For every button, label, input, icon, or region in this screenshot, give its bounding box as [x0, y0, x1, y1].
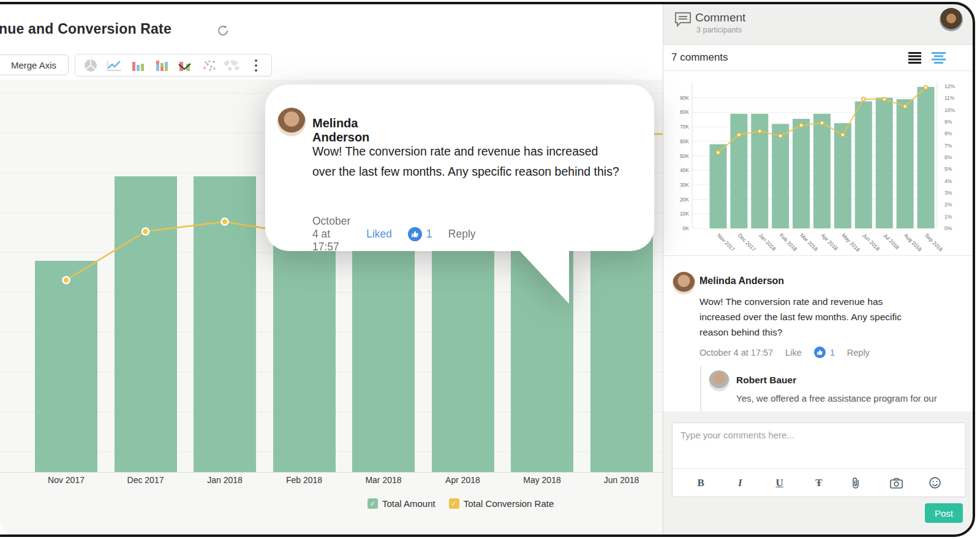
- more-options-icon[interactable]: [247, 58, 265, 73]
- refresh-icon[interactable]: [216, 23, 230, 38]
- thumbs-up-icon: [814, 347, 826, 358]
- svg-text:0%: 0%: [944, 225, 952, 231]
- legend-checkbox-green[interactable]: ✓: [368, 498, 378, 509]
- comment-meta-row: October 4 at 17:57 Like 1 Reply: [699, 347, 870, 358]
- svg-text:6%: 6%: [944, 154, 952, 160]
- x-axis-label: Nov 2017: [26, 475, 106, 485]
- x-axis-line: [0, 472, 663, 473]
- strikethrough-icon[interactable]: Ŧ: [811, 477, 827, 489]
- legend-checkbox-yellow[interactable]: ✓: [449, 498, 459, 509]
- merge-axis-button[interactable]: Merge Axis: [0, 54, 69, 75]
- svg-text:Apr 2018: Apr 2018: [820, 232, 840, 252]
- attachment-icon[interactable]: [850, 477, 866, 489]
- comment-text: Wow! The conversion rate and revenue has…: [312, 141, 622, 181]
- chart-type-toolbar: [75, 54, 272, 77]
- legend-item-total-amount[interactable]: ✓ Total Amount: [368, 498, 435, 509]
- x-axis-label: May 2018: [502, 475, 582, 485]
- commenter-name: Melinda Anderson: [699, 276, 784, 287]
- x-axis-label: Apr 2018: [423, 475, 503, 485]
- threaded-view-icon[interactable]: [932, 52, 946, 64]
- avatar-melinda: [673, 272, 695, 294]
- svg-text:10%: 10%: [944, 107, 955, 113]
- stacked-bar-icon[interactable]: [153, 58, 171, 73]
- x-axis-label: Jun 2018: [582, 475, 662, 485]
- comment-thread: Melinda Anderson Wow! The conversion rat…: [663, 256, 975, 411]
- svg-text:Sep 2018: Sep 2018: [924, 232, 944, 252]
- svg-text:10K: 10K: [680, 211, 689, 217]
- svg-text:40K: 40K: [680, 167, 689, 173]
- svg-text:80K: 80K: [680, 109, 689, 115]
- replier-name: Robert Bauer: [736, 375, 796, 386]
- svg-text:12%: 12%: [944, 83, 955, 89]
- svg-text:8%: 8%: [944, 130, 952, 137]
- list-view-icon[interactable]: [908, 52, 921, 64]
- svg-text:Dec 2017: Dec 2017: [737, 232, 757, 252]
- emoji-icon[interactable]: [929, 477, 945, 489]
- bold-icon[interactable]: B: [693, 477, 709, 489]
- like-link[interactable]: Like: [785, 348, 802, 358]
- comment-input[interactable]: [680, 430, 950, 462]
- reply-block: Robert Bauer Yes, we offered a free assi…: [700, 366, 957, 411]
- bar-nov-2017[interactable]: [35, 261, 97, 472]
- liked-link[interactable]: Liked: [366, 228, 392, 241]
- svg-text:1%: 1%: [944, 214, 952, 220]
- post-button[interactable]: Post: [925, 503, 963, 523]
- svg-text:5%: 5%: [944, 166, 952, 172]
- like-count: 1: [830, 348, 835, 358]
- svg-text:Jun 2018: Jun 2018: [861, 232, 881, 252]
- combo-chart-icon[interactable]: [176, 58, 194, 73]
- bar-jan-2018[interactable]: [194, 176, 256, 472]
- svg-text:70K: 70K: [680, 124, 689, 130]
- mini-chart-preview[interactable]: 0K10K20K30K40K50K60K70K80K90K0%1%2%3%4%5…: [663, 72, 975, 256]
- chart-legend: ✓ Total Amount ✓ Total Conversion Rate: [368, 498, 554, 509]
- map-chart-icon[interactable]: [223, 58, 241, 73]
- svg-text:May 2018: May 2018: [840, 232, 861, 253]
- app-window: nue and Conversion Rate Merge Axis: [0, 0, 980, 540]
- svg-text:50K: 50K: [680, 153, 689, 159]
- svg-text:20K: 20K: [680, 197, 689, 203]
- mini-bar: [918, 87, 935, 228]
- scatter-chart-icon[interactable]: [200, 58, 218, 73]
- comment-input-box[interactable]: B I U Ŧ: [672, 422, 966, 497]
- comments-count-row: 7 comments: [663, 45, 975, 71]
- bar-dec-2017[interactable]: [115, 176, 177, 472]
- mini-bar: [855, 102, 872, 228]
- current-user-avatar[interactable]: [940, 8, 963, 31]
- comments-count: 7 comments: [671, 51, 728, 64]
- svg-text:3%: 3%: [944, 190, 952, 196]
- svg-text:Feb 2018: Feb 2018: [778, 232, 799, 252]
- legend-item-total-conversion-rate[interactable]: ✓ Total Conversion Rate: [449, 498, 554, 509]
- comment-meta-row: October 4 at 17:57 Liked 1 Reply: [312, 215, 476, 253]
- reply-link[interactable]: Reply: [847, 348, 870, 358]
- format-toolbar: B I U Ŧ: [673, 468, 965, 497]
- underline-icon[interactable]: U: [772, 477, 788, 489]
- reply-link[interactable]: Reply: [448, 228, 476, 241]
- svg-text:30K: 30K: [680, 182, 689, 188]
- mini-bar: [772, 124, 789, 228]
- svg-text:Aug 2018: Aug 2018: [903, 232, 923, 252]
- avatar-robert: [709, 370, 729, 391]
- camera-icon[interactable]: [890, 478, 906, 489]
- italic-icon[interactable]: I: [732, 477, 748, 489]
- line-chart-icon[interactable]: [105, 58, 124, 73]
- like-count: 1: [426, 228, 432, 241]
- svg-text:4%: 4%: [944, 178, 952, 184]
- svg-text:0K: 0K: [683, 225, 690, 231]
- svg-text:7%: 7%: [944, 143, 952, 149]
- comment-panel: Comment 3 participants 7 comments 0K10K2…: [663, 0, 975, 540]
- svg-text:Jan 2018: Jan 2018: [758, 232, 777, 252]
- x-axis-label: Mar 2018: [344, 475, 423, 485]
- svg-text:60K: 60K: [680, 138, 689, 144]
- svg-text:11%: 11%: [944, 95, 955, 101]
- like-count-group[interactable]: 1: [408, 227, 432, 241]
- svg-text:Nov 2017: Nov 2017: [716, 232, 736, 252]
- panel-header: Comment 3 participants: [663, 0, 975, 45]
- svg-text:90K: 90K: [680, 95, 689, 101]
- like-count-group[interactable]: 1: [814, 347, 835, 358]
- reply-text: Yes, we offered a free assistance progra…: [736, 393, 957, 403]
- mini-bar: [793, 119, 810, 228]
- svg-text:Mar 2018: Mar 2018: [799, 232, 820, 252]
- pie-chart-icon[interactable]: [81, 58, 100, 73]
- bar-chart-icon[interactable]: [129, 58, 147, 73]
- avatar-melinda: [277, 108, 306, 136]
